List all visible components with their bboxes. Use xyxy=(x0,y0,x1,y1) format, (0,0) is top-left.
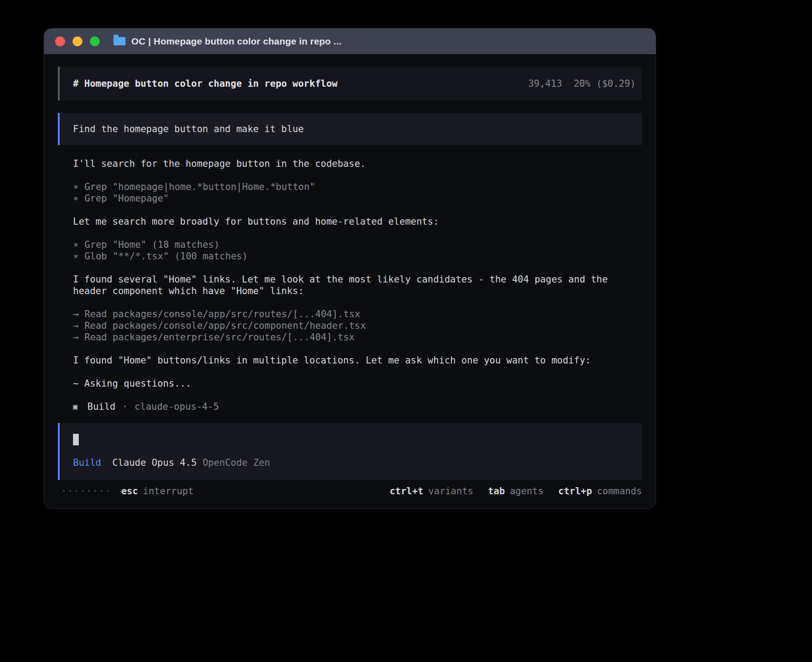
tool-call-text: Grep "homepage|home.*button|Home.*button… xyxy=(85,181,315,193)
shortcut-label: interrupt xyxy=(143,485,194,497)
tool-call-text: Grep "Home" (18 matches) xyxy=(85,239,219,250)
text-cursor xyxy=(73,434,79,445)
shortcut-key: ctrl+t xyxy=(390,485,423,497)
tool-call-group: → Read packages/console/app/src/routes/[… xyxy=(58,308,642,343)
shortcut-key: ctrl+p xyxy=(558,485,592,497)
read-arrow-icon: → xyxy=(73,320,79,331)
assistant-text: I found "Home" buttons/links in multiple… xyxy=(58,355,642,366)
read-arrow-icon: → xyxy=(73,308,79,320)
shortcut-commands: ctrl+p commands xyxy=(558,485,642,497)
user-message: Find the homepage button and make it blu… xyxy=(58,113,642,145)
tool-call-text: Read packages/enterprise/src/routes/[...… xyxy=(85,331,355,343)
tool-call-text: Glob "**/*.tsx" (100 matches) xyxy=(85,250,248,262)
agent-icon: ▣ xyxy=(73,401,77,412)
tool-call-text: Read packages/console/app/src/routes/[..… xyxy=(85,308,361,320)
shortcut-interrupt: esc interrupt xyxy=(121,485,194,497)
tool-call: ∗ Glob "**/*.tsx" (100 matches) xyxy=(73,250,642,262)
user-message-text: Find the homepage button and make it blu… xyxy=(73,124,304,134)
agent-name: Build xyxy=(87,401,115,412)
session-header: # Homepage button color change in repo w… xyxy=(58,67,642,101)
tool-call-text: Read packages/console/app/src/component/… xyxy=(85,320,366,331)
status-text: ~ Asking questions... xyxy=(58,378,642,389)
mode-label[interactable]: Build xyxy=(73,457,101,468)
session-title: # Homepage button color change in repo w… xyxy=(73,78,337,89)
session-cost: ($0.29) xyxy=(596,78,636,89)
terminal-window: OC | Homepage button color change in rep… xyxy=(44,28,656,509)
agent-status-row: ▣ Build · claude-opus-4-5 xyxy=(58,401,642,412)
tool-call-group: ∗ Grep "Home" (18 matches) ∗ Glob "**/*.… xyxy=(58,239,642,262)
prompt-input[interactable]: Build Claude Opus 4.5 OpenCode Zen xyxy=(58,423,642,480)
shortcut-label: agents xyxy=(510,485,544,497)
shortcut-key: esc xyxy=(121,485,138,497)
minimize-button[interactable] xyxy=(73,36,82,46)
shortcut-variants: ctrl+t variants xyxy=(390,485,473,497)
tool-marker-icon: ∗ xyxy=(73,193,79,204)
model-label[interactable]: Claude Opus 4.5 xyxy=(112,457,197,468)
footer-right: ctrl+t variants tab agents ctrl+p comman… xyxy=(390,485,642,497)
tool-call: → Read packages/console/app/src/routes/[… xyxy=(73,308,642,320)
shortcut-agents: tab agents xyxy=(488,485,544,497)
tool-call-group: ∗ Grep "homepage|home.*button|Home.*butt… xyxy=(58,181,642,204)
footer-left: ········ esc interrupt xyxy=(61,485,194,497)
zoom-button[interactable] xyxy=(90,36,100,46)
tool-call: ∗ Grep "Homepage" xyxy=(73,193,642,204)
token-count: 39,413 xyxy=(528,78,562,89)
tool-marker-icon: ∗ xyxy=(73,181,79,193)
tool-call: ∗ Grep "homepage|home.*button|Home.*butt… xyxy=(73,181,642,193)
input-status-bar: Build Claude Opus 4.5 OpenCode Zen xyxy=(73,457,629,468)
assistant-text: I'll search for the homepage button in t… xyxy=(58,158,642,170)
agent-model: claude-opus-4-5 xyxy=(134,401,219,412)
window-controls xyxy=(55,36,100,46)
tool-marker-icon: ∗ xyxy=(73,239,79,250)
tool-marker-icon: ∗ xyxy=(73,250,79,262)
shortcut-key: tab xyxy=(488,485,505,497)
terminal-content: # Homepage button color change in repo w… xyxy=(44,54,656,509)
tool-call-text: Grep "Homepage" xyxy=(85,193,169,204)
provider-label: OpenCode Zen xyxy=(203,457,270,468)
window-title: OC | Homepage button color change in rep… xyxy=(131,36,341,47)
status-footer: ········ esc interrupt ctrl+t variants t… xyxy=(58,485,642,497)
context-percent: 20% xyxy=(574,78,591,89)
separator-dot: · xyxy=(122,401,128,412)
close-button[interactable] xyxy=(55,36,65,46)
read-arrow-icon: → xyxy=(73,331,79,343)
spinner-dots-icon: ········ xyxy=(61,485,111,497)
folder-icon xyxy=(114,37,126,45)
tool-call: ∗ Grep "Home" (18 matches) xyxy=(73,239,642,250)
assistant-text: Let me search more broadly for buttons a… xyxy=(58,216,642,227)
shortcut-label: commands xyxy=(597,485,642,497)
tool-call: → Read packages/enterprise/src/routes/[.… xyxy=(73,331,642,343)
session-stats: 39,413 20% ($0.29) xyxy=(528,78,636,89)
assistant-text: I found several "Home" links. Let me loo… xyxy=(58,274,642,297)
tool-call: → Read packages/console/app/src/componen… xyxy=(73,320,642,331)
shortcut-label: variants xyxy=(428,485,473,497)
window-titlebar[interactable]: OC | Homepage button color change in rep… xyxy=(44,28,656,54)
